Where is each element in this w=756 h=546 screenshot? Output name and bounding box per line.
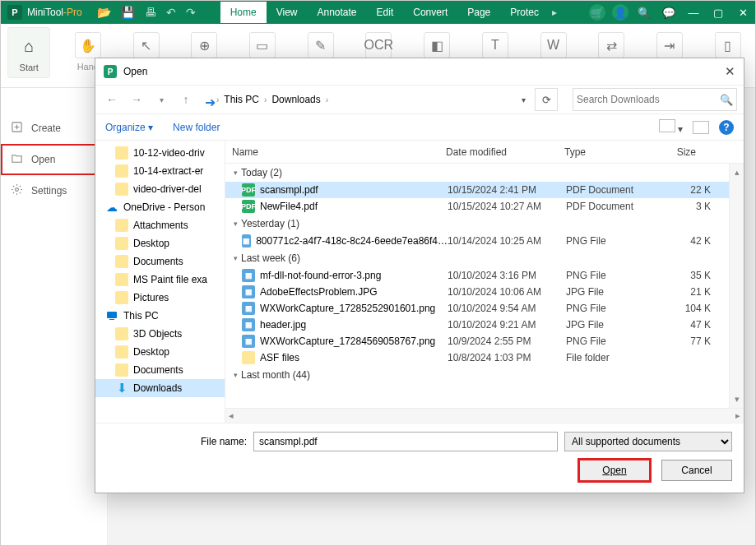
file-row[interactable]: ▦mf-dll-not-found-error-3.png10/10/2024 … — [225, 267, 729, 284]
file-group-header[interactable]: ▾ Today (2) — [225, 164, 729, 182]
file-list[interactable]: ▾ Today (2)PDFscansmpl.pdf10/15/2024 2:4… — [225, 164, 729, 408]
tab-edit[interactable]: Edit — [367, 2, 404, 23]
search-box[interactable]: 🔍 — [573, 88, 737, 111]
ribbon-tool-3[interactable]: ⊕ — [183, 27, 225, 58]
tab-page[interactable]: Page — [457, 2, 500, 23]
file-row[interactable]: PDFNewFile4.pdf10/15/2024 10:27 AMPDF Do… — [225, 198, 729, 215]
tree-node[interactable]: 10-12-video-driv — [95, 144, 225, 162]
tree-node[interactable]: This PC — [95, 307, 225, 325]
tree-node[interactable]: ☁OneDrive - Person — [95, 198, 225, 216]
user-icon[interactable]: 👤 — [612, 4, 628, 21]
ribbon-tool-8[interactable]: T — [474, 27, 516, 58]
help-icon[interactable]: ? — [719, 120, 734, 135]
save-icon[interactable]: 💾 — [121, 6, 135, 19]
ribbon-tool-5[interactable]: ✎ — [299, 27, 341, 58]
nav-up-icon[interactable]: ↑ — [176, 90, 196, 109]
file-row[interactable]: ▦WXWorkCapture_17284569058767.png10/9/20… — [225, 333, 729, 349]
undo-icon[interactable]: ↶ — [166, 6, 176, 19]
breadcrumb-downloads[interactable]: Downloads — [268, 92, 323, 107]
file-size: 77 K — [665, 335, 711, 347]
new-folder-button[interactable]: New folder — [173, 122, 220, 133]
cart-icon[interactable]: 🛒 — [589, 4, 605, 21]
redo-icon[interactable]: ↷ — [186, 6, 196, 19]
ribbon-tool-11[interactable]: ⇥ — [649, 27, 691, 58]
group-label: Last week (6) — [241, 252, 300, 264]
print-icon[interactable]: 🖶 — [145, 6, 156, 19]
close-icon[interactable]: ✕ — [734, 3, 752, 21]
cancel-button[interactable]: Cancel — [661, 460, 732, 481]
sidebar-item-settings[interactable]: Settings — [1, 175, 107, 206]
file-row[interactable]: ▦header.jpg10/10/2024 9:21 AMJPG File47 … — [225, 317, 729, 333]
ribbon-tool-12[interactable]: ▯ — [707, 27, 749, 58]
tree-node[interactable]: Desktop — [95, 343, 225, 361]
view-mode-button[interactable]: ▾ — [659, 119, 683, 135]
sidebar-item-create[interactable]: Create — [1, 113, 107, 144]
ribbon-tool-2[interactable]: ↖ — [125, 27, 167, 58]
tree-node[interactable]: MS Paint file exa — [95, 271, 225, 289]
tree-node[interactable]: video-driver-del — [95, 180, 225, 198]
tab-annotate[interactable]: Annotate — [308, 2, 367, 23]
tree-node[interactable]: Attachments — [95, 216, 225, 234]
tab-view[interactable]: View — [267, 2, 308, 23]
ribbon-tool-4[interactable]: ▭ — [242, 27, 284, 58]
ribbon-tool-7[interactable]: ◧ — [416, 27, 458, 58]
nav-forward-icon[interactable]: → — [127, 90, 146, 109]
sidebar-item-open[interactable]: Open — [1, 144, 107, 175]
file-row[interactable]: ASF files10/8/2024 1:03 PMFile folder — [225, 349, 729, 366]
tab-protec[interactable]: Protec — [500, 2, 549, 23]
open-button[interactable]: Open — [579, 460, 650, 481]
tree-label: Attachments — [133, 220, 188, 231]
maximize-icon[interactable]: ▢ — [709, 3, 727, 21]
nav-recent-icon[interactable]: ▾ — [151, 90, 171, 109]
file-group-header[interactable]: ▾ Last month (44) — [225, 366, 729, 384]
column-headers[interactable]: Name Date modified Type Size — [225, 141, 744, 164]
dialog-nav: ← → ▾ ↑ ➜ › This PC › Downloads › ▾ ⟳ 🔍 — [95, 85, 744, 114]
tree-node[interactable]: ⬇Downloads — [95, 379, 225, 397]
breadcrumb-thispc[interactable]: This PC — [220, 92, 262, 107]
col-name[interactable]: Name — [225, 146, 439, 158]
file-group-header[interactable]: ▾ Last week (6) — [225, 249, 729, 267]
preview-pane-button[interactable] — [693, 121, 709, 134]
search-header-icon[interactable]: 🔍 — [635, 3, 653, 21]
tree-node[interactable]: Pictures — [95, 289, 225, 307]
organize-menu[interactable]: Organize ▾ — [105, 122, 153, 133]
tab-home[interactable]: Home — [220, 2, 267, 23]
file-row[interactable]: ▦800771c2-a4f7-418c-8c24-6eede7ea86f4…10… — [225, 233, 729, 249]
folder-icon — [115, 327, 128, 340]
col-type[interactable]: Type — [558, 146, 656, 158]
col-date[interactable]: Date modified — [439, 146, 558, 158]
ribbon-tool-10[interactable]: ⇄ — [591, 27, 633, 58]
tree-node[interactable]: Desktop — [95, 234, 225, 252]
tree-node[interactable]: Documents — [95, 361, 225, 379]
search-icon[interactable]: 🔍 — [720, 94, 733, 106]
search-input[interactable] — [577, 94, 720, 105]
breadcrumb[interactable]: ➜ › This PC › Downloads › ▾ — [201, 88, 530, 111]
file-group-header[interactable]: ▾ Yesterday (1) — [225, 215, 729, 233]
file-type-filter[interactable]: All supported documents — [564, 432, 732, 451]
tree-node[interactable]: 3D Objects — [95, 325, 225, 343]
vertical-scrollbar[interactable]: ▴▾ — [729, 164, 744, 408]
file-row[interactable]: ▦WXWorkCapture_17285252901601.png10/10/2… — [225, 300, 729, 317]
minimize-icon[interactable]: — — [684, 3, 703, 21]
col-size[interactable]: Size — [656, 146, 703, 158]
tree-node[interactable]: Documents — [95, 252, 225, 271]
file-row[interactable]: ▦AdobeEffectsProblem.JPG10/10/2024 10:06… — [225, 284, 729, 300]
file-type: JPG File — [566, 286, 665, 298]
tab-convert[interactable]: Convert — [403, 2, 457, 23]
tabs-overflow-icon[interactable]: ▸ — [552, 7, 557, 18]
chat-icon[interactable]: 💬 — [660, 3, 678, 21]
breadcrumb-root-icon[interactable]: ➜ — [205, 95, 215, 104]
file-name-input[interactable] — [253, 432, 558, 451]
open-icon[interactable]: 📂 — [97, 6, 111, 19]
folder-tree[interactable]: 10-12-video-driv10-14-extract-ervideo-dr… — [95, 141, 225, 423]
nav-back-icon[interactable]: ← — [102, 90, 122, 109]
dialog-close-icon[interactable]: ✕ — [725, 64, 735, 79]
ribbon-tool-9[interactable]: W — [532, 27, 574, 58]
ribbon-tool-Start[interactable]: ⌂Start — [7, 27, 50, 78]
horizontal-scrollbar[interactable]: ◂▸ — [225, 408, 744, 423]
ribbon-tool-6[interactable]: OCR — [358, 27, 400, 58]
breadcrumb-dropdown[interactable]: ▾ — [522, 95, 526, 104]
file-row[interactable]: PDFscansmpl.pdf10/15/2024 2:41 PMPDF Doc… — [225, 182, 729, 198]
tree-node[interactable]: 10-14-extract-er — [95, 162, 225, 180]
nav-refresh-icon[interactable]: ⟳ — [535, 88, 558, 111]
